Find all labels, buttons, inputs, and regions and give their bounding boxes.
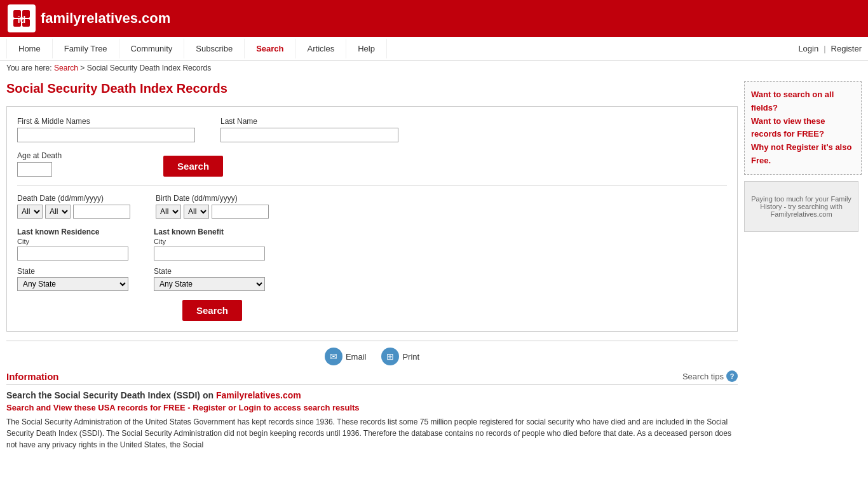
death-day-select[interactable]: All [45, 205, 71, 219]
age-group: Age at Death [17, 151, 62, 177]
search-row-bottom: Search [182, 300, 727, 321]
email-icon: ✉ [325, 348, 342, 365]
nav-right: Login | Register [798, 44, 862, 53]
svg-text:id: id [18, 15, 25, 25]
email-item[interactable]: ✉ Email [325, 348, 367, 365]
logo-bold: relatives [81, 10, 138, 26]
state-row: State Any StateAlabamaAlaskaArizonaArkan… [17, 267, 727, 291]
name-row: First & Middle Names Last Name [17, 117, 727, 142]
sidebar: Want to search on all fields? Want to vi… [744, 81, 862, 451]
info-body-text: The Social Security Administration of th… [6, 416, 738, 451]
nav-item-articles[interactable]: Articles [296, 39, 347, 58]
content: Social Security Death Index Records Firs… [6, 81, 738, 451]
nav-item-subscribe[interactable]: Subscribe [184, 39, 245, 58]
sidebar-want-text: Want to search on all fields? Want to vi… [751, 88, 855, 168]
info-title: Information [6, 371, 59, 382]
logo-suffix: .com [138, 10, 170, 26]
info-body: Search the Social Security Death Index (… [6, 390, 738, 451]
nav-item-family-tree[interactable]: Family Tree [53, 39, 119, 58]
date-row: Death Date (dd/mm/yyyy) All0102030405060… [17, 194, 727, 219]
residence-state-label: State [17, 267, 128, 276]
residence-city-input[interactable] [17, 247, 128, 261]
sidebar-ad: Paying too much for your Family History … [744, 181, 858, 232]
search-tips-label: Search tips [682, 372, 724, 381]
benefit-state-select[interactable]: Any StateAlabamaAlaskaArizonaArkansasCal… [154, 277, 265, 291]
nav-links: Home Family Tree Community Subscribe Sea… [6, 39, 798, 58]
login-link[interactable]: Login [798, 44, 818, 53]
benefit-label: Last known Benefit [154, 227, 265, 236]
breadcrumb-search-link[interactable]: Search [54, 64, 78, 72]
benefit-city-input[interactable] [154, 247, 265, 261]
header: id familyrelatives.com [0, 0, 868, 37]
print-label: Print [402, 352, 419, 362]
benefit-city-label: City [154, 238, 265, 245]
last-name-input[interactable] [220, 128, 398, 142]
birth-date-group: Birth Date (dd/mm/yyyy) All0102030405060… [156, 194, 269, 219]
page-title: Social Security Death Index Records [6, 81, 738, 98]
residence-benefit-row: Last known Residence City Last known Ben… [17, 227, 727, 261]
benefit-group: Last known Benefit City [154, 227, 265, 261]
main: Social Security Death Index Records Firs… [0, 75, 868, 457]
info-section: Information Search tips ? Search the Soc… [6, 370, 738, 451]
residence-label: Last known Residence [17, 227, 128, 236]
birth-month-select[interactable]: All010203040506070809101112 [156, 205, 181, 219]
residence-group: Last known Residence City [17, 227, 128, 261]
death-year-input[interactable] [73, 205, 130, 219]
death-date-label: Death Date (dd/mm/yyyy) [17, 194, 130, 203]
sidebar-text-1: Want to search on all fields? [751, 90, 834, 112]
search-button-1[interactable]: Search [163, 156, 223, 177]
tips-icon: ? [726, 370, 738, 382]
nav-item-help[interactable]: Help [346, 39, 387, 58]
email-label: Email [346, 352, 367, 362]
nav-separator: | [824, 44, 825, 53]
breadcrumb: You are here: Search > Social Security D… [0, 61, 868, 75]
register-link[interactable]: Register [831, 44, 862, 53]
first-middle-input[interactable] [17, 128, 195, 142]
age-search-row: Age at Death Search [17, 151, 727, 177]
nav-item-home[interactable]: Home [6, 39, 53, 58]
birth-date-inputs: All010203040506070809101112 All [156, 205, 269, 219]
email-print-row: ✉ Email ⊞ Print [6, 348, 738, 365]
residence-state-group: State Any StateAlabamaAlaskaArizonaArkan… [17, 267, 128, 291]
breadcrumb-current: Social Security Death Index Records [87, 64, 211, 72]
search-tips[interactable]: Search tips ? [682, 370, 738, 382]
breadcrumb-separator: > [80, 64, 85, 72]
residence-city-label: City [17, 238, 128, 245]
info-subheading: Search and View these USA records for FR… [6, 403, 738, 412]
death-date-group: Death Date (dd/mm/yyyy) All0102030405060… [17, 194, 130, 219]
nav: Home Family Tree Community Subscribe Sea… [0, 37, 868, 61]
sidebar-box: Want to search on all fields? Want to vi… [744, 81, 862, 175]
search-form: First & Middle Names Last Name Age at De… [6, 106, 738, 332]
logo-text: familyrelatives.com [41, 10, 170, 27]
benefit-state-label: State [154, 267, 265, 276]
residence-state-select[interactable]: Any StateAlabamaAlaskaArizonaArkansasCal… [17, 277, 128, 291]
logo-area[interactable]: id familyrelatives.com [8, 4, 170, 32]
age-input[interactable] [17, 162, 52, 177]
sidebar-ad-text: Paying too much for your Family History … [745, 195, 858, 218]
logo-icon: id [8, 4, 36, 32]
birth-year-input[interactable] [212, 205, 269, 219]
birth-day-select[interactable]: All [184, 205, 209, 219]
nav-item-search[interactable]: Search [245, 39, 295, 58]
breadcrumb-prefix: You are here: [6, 64, 52, 72]
benefit-state-group: State Any StateAlabamaAlaskaArizonaArkan… [154, 267, 265, 291]
search-button-2[interactable]: Search [182, 300, 242, 321]
info-heading: Search the Social Security Death Index (… [6, 390, 738, 400]
sidebar-text-2: Want to view these records for FREE? [751, 116, 825, 139]
print-item[interactable]: ⊞ Print [381, 348, 419, 365]
death-date-inputs: All010203040506070809101112 All [17, 205, 130, 219]
birth-date-label: Birth Date (dd/mm/yyyy) [156, 194, 269, 203]
info-header: Information Search tips ? [6, 370, 738, 385]
form-divider-1 [17, 186, 727, 186]
bottom-divider [6, 341, 738, 341]
first-middle-label: First & Middle Names [17, 117, 195, 126]
last-name-label: Last Name [220, 117, 398, 126]
last-name-group: Last Name [220, 117, 398, 142]
sidebar-text-3: Why not Register it's also Free. [751, 142, 851, 165]
first-middle-group: First & Middle Names [17, 117, 195, 142]
death-month-select[interactable]: All010203040506070809101112 [17, 205, 43, 219]
print-icon: ⊞ [381, 348, 399, 365]
nav-item-community[interactable]: Community [119, 39, 185, 58]
age-label: Age at Death [17, 151, 62, 160]
info-heading-link[interactable]: Familyrelatives.com [216, 390, 301, 400]
